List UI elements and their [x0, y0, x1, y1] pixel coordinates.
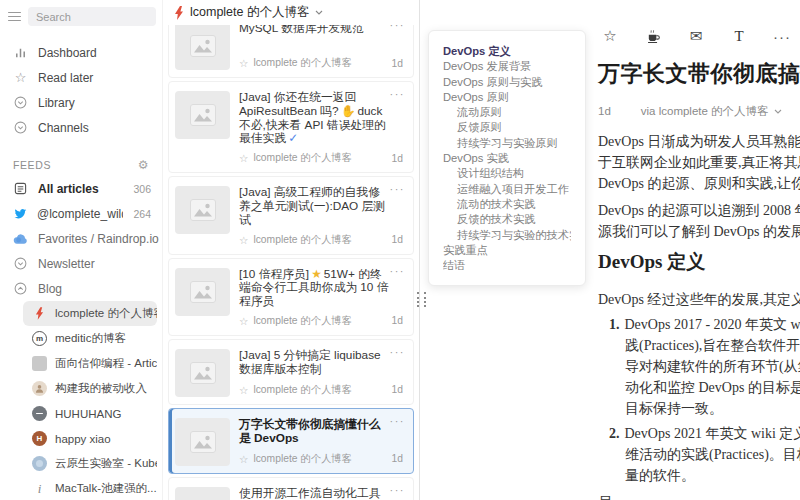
sidebar-feed-mactalk[interactable]: i MacTalk-池建强的...: [23, 476, 157, 500]
unread-count: 306: [133, 183, 151, 195]
article-card[interactable]: [Java] 高级工程师的自我修养之单元测试(一):DAO 层测试 ☆ lcom…: [168, 176, 414, 254]
toc-item[interactable]: 流动的技术实践: [443, 197, 571, 212]
toc-item[interactable]: DevOps 实践: [443, 151, 571, 166]
sidebar-item-raindrop[interactable]: Favorites / Raindrop.io: [0, 226, 162, 251]
toc-item[interactable]: 持续学习与实验原则: [443, 136, 571, 151]
article-title: 使用开源工作流自动化工具 n8n 打造个人助理: [239, 487, 406, 500]
feed-avatar: i: [32, 481, 47, 496]
toc-item[interactable]: 持续学习与实验的技术实践: [443, 228, 571, 243]
chevron-circle-up-icon: [13, 282, 28, 295]
toc-panel: DevOps 定义 DevOps 发展背景 DevOps 原则与实践 DevOp…: [428, 30, 586, 286]
sidebar-item-channels[interactable]: Channels: [0, 115, 162, 140]
article-card[interactable]: [Java] 你还在统一返回 ApiResultBean 吗?✋duck 不必,…: [168, 81, 414, 173]
pane-resize-handle[interactable]: [417, 292, 426, 307]
sidebar-item-label: Dashboard: [38, 46, 97, 60]
sidebar-feed-yunyuansheng[interactable]: 云原生实验室 - Kube...: [23, 451, 157, 476]
sidebar-item-all-articles[interactable]: All articles 306: [0, 176, 162, 201]
toc-item[interactable]: DevOps 定义: [443, 44, 571, 59]
article-age: 1d: [392, 453, 406, 464]
sidebar-item-read-later[interactable]: ☆ Read later: [0, 65, 162, 90]
feed-name: lcomplete 的个人博客: [253, 56, 351, 70]
more-options-icon[interactable]: ···: [390, 415, 406, 427]
toc-item[interactable]: 设计组织结构: [443, 166, 571, 181]
feed-avatar: [32, 406, 47, 421]
toc-item[interactable]: 实践重点: [443, 243, 571, 258]
paragraph: 另:: [598, 492, 800, 500]
more-options-icon[interactable]: ···: [390, 88, 406, 100]
article-byline: 1d via lcomplete 的个人博客: [598, 104, 800, 119]
sidebar-feed-huhuhang[interactable]: HUHUHANG: [23, 401, 157, 426]
ordered-list-item: 2.DevOps 2021 年英文 wiki 定义(直译) 维活动的实践(Pra…: [598, 423, 800, 486]
toc-item[interactable]: 反馈的技术实践: [443, 212, 571, 227]
article-card-selected[interactable]: 万字长文带你彻底搞懂什么是 DevOps ☆ lcomplete 的个人博客 1…: [168, 408, 414, 474]
feeds-section-header: FEEDS ⚙: [0, 154, 162, 176]
ordered-list-item: 1.DevOps 2017 - 2020 年英文 wiki 定义 践(Pract…: [598, 314, 800, 419]
more-options-icon[interactable]: ···: [390, 25, 406, 31]
feed-name: lcomplete 的个人博客: [253, 151, 351, 165]
feeds-label: FEEDS: [13, 159, 51, 171]
sidebar-item-newsletter[interactable]: Newsletter: [0, 251, 162, 276]
favorite-star-icon[interactable]: ☆: [239, 315, 248, 327]
sidebar-feed-mianxiang[interactable]: 面向信仰编程 - Artic...: [23, 351, 157, 376]
email-icon[interactable]: ✉: [688, 28, 704, 44]
hamburger-menu-icon[interactable]: [8, 12, 21, 22]
toc-item[interactable]: DevOps 原则与实践: [443, 75, 571, 90]
feed-label: HUHUHANG: [55, 408, 121, 420]
feed-label: 构建我的被动收入: [55, 381, 147, 396]
cloud-icon: [13, 233, 28, 245]
article-list-pane: lcomplete 的个人博客 MySQL 数据库开发规范 ☆ lcomplet…: [163, 0, 420, 500]
sidebar-item-label: All articles: [38, 182, 99, 196]
thumbnail-placeholder-icon: [175, 418, 230, 466]
thumbnail-placeholder-icon: [175, 186, 230, 234]
sidebar-feed-beidongshouru[interactable]: 构建我的被动收入: [23, 376, 157, 401]
article-card[interactable]: [10 倍程序员]★51W+ 的终端命令行工具助你成为 10 倍程序员 ☆ lc…: [168, 258, 414, 336]
favorite-star-icon[interactable]: ☆: [239, 453, 248, 465]
search-input[interactable]: [28, 7, 156, 26]
feed-avatar: [32, 456, 47, 471]
sidebar-top: [0, 0, 162, 30]
star-icon[interactable]: ☆: [602, 28, 618, 44]
article-source[interactable]: via lcomplete 的个人博客: [641, 104, 782, 119]
sidebar-item-dashboard[interactable]: Dashboard: [0, 40, 162, 65]
coffee-cup-icon[interactable]: [645, 28, 661, 44]
more-options-icon[interactable]: ···: [390, 484, 406, 496]
more-options-icon[interactable]: ···: [390, 183, 406, 195]
toc-item[interactable]: 反馈原则: [443, 120, 571, 135]
sidebar-feed-meditic[interactable]: m meditic的博客: [23, 326, 157, 351]
article-age: 1d: [392, 58, 406, 69]
favorite-star-icon[interactable]: ☆: [239, 152, 248, 164]
toc-item[interactable]: DevOps 发展背景: [443, 59, 571, 74]
toc-item[interactable]: 运维融入项目开发工作: [443, 182, 571, 197]
favorite-star-icon[interactable]: ☆: [239, 234, 248, 246]
typography-icon[interactable]: T: [731, 28, 747, 44]
reader-app: Dashboard ☆ Read later Library Channels …: [0, 0, 800, 500]
article-card[interactable]: 使用开源工作流自动化工具 n8n 打造个人助理 ☆ lcomplete 的个人博…: [168, 477, 414, 500]
toc-item[interactable]: DevOps 原则: [443, 90, 571, 105]
gear-icon[interactable]: ⚙: [138, 158, 149, 172]
all-articles-icon: [13, 182, 28, 195]
article-card[interactable]: [Java] 5 分钟搞定 liquibase 数据库版本控制 ☆ lcompl…: [168, 339, 414, 405]
toc-item[interactable]: 结语: [443, 258, 571, 273]
more-options-icon[interactable]: ···: [774, 28, 790, 44]
bar-chart-icon: [13, 46, 28, 59]
sidebar-feed-happy-xiao[interactable]: H happy xiao: [23, 426, 157, 451]
chevron-down-icon[interactable]: [315, 10, 323, 15]
sidebar-item-blog[interactable]: Blog: [0, 276, 162, 301]
article-age: 1d: [598, 105, 611, 117]
sidebar-feed-lcomplete-blog[interactable]: lcomplete 的个人博客: [23, 301, 157, 326]
toc-item[interactable]: 流动原则: [443, 105, 571, 120]
twitter-bird-icon: [13, 207, 27, 221]
article-title: 万字长文带你彻底搞懂什么是 DevOps: [239, 418, 406, 446]
more-options-icon[interactable]: ···: [390, 346, 406, 358]
more-options-icon[interactable]: ···: [390, 265, 406, 277]
sidebar-item-label: @lcomplete_wild (Twitt...: [37, 207, 123, 221]
favorite-star-icon[interactable]: ☆: [239, 57, 248, 69]
sidebar-item-library[interactable]: Library: [0, 90, 162, 115]
feed-label: 面向信仰编程 - Artic...: [55, 356, 157, 371]
article-card[interactable]: MySQL 数据库开发规范 ☆ lcomplete 的个人博客 1d ···: [168, 25, 414, 78]
sidebar-item-twitter-feed[interactable]: @lcomplete_wild (Twitt... 264: [0, 201, 162, 226]
article-age: 1d: [392, 384, 406, 395]
list-header[interactable]: lcomplete 的个人博客: [163, 0, 419, 25]
article-body: DevOps 日渐成为研发人员耳熟能详的一个组 于互联网企业如此重要,真正将其思…: [598, 131, 800, 500]
favorite-star-icon[interactable]: ☆: [239, 384, 248, 396]
